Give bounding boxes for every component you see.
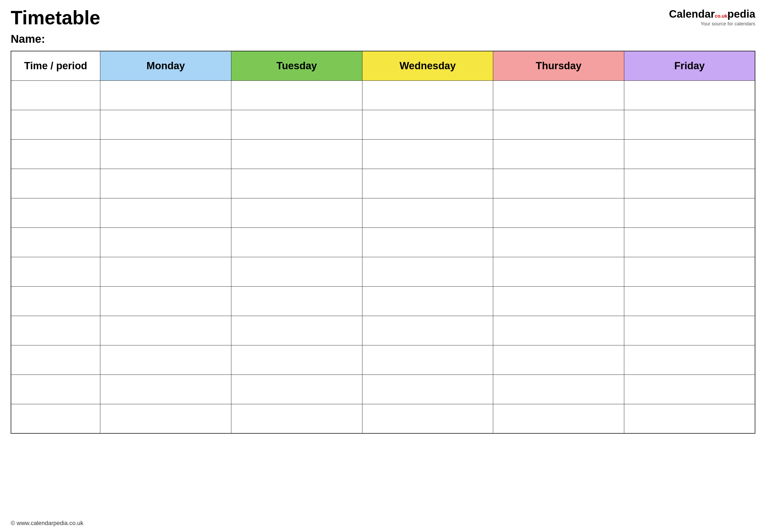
logo-main: Calendarco.ukpedia <box>669 8 755 20</box>
cell-row10-col0[interactable] <box>11 375 100 404</box>
table-row <box>11 110 755 139</box>
cell-row6-col1[interactable] <box>100 257 231 286</box>
cell-row8-col0[interactable] <box>11 316 100 345</box>
cell-row6-col5[interactable] <box>624 257 755 286</box>
logo-calendar-text: Calendar <box>669 8 715 20</box>
cell-row9-col1[interactable] <box>100 345 231 375</box>
logo-container: Calendarco.ukpedia Your source for calen… <box>669 8 755 27</box>
cell-row3-col2[interactable] <box>231 169 362 198</box>
table-row <box>11 139 755 169</box>
cell-row5-col2[interactable] <box>231 228 362 257</box>
logo-pedia-text: pedia <box>728 8 755 20</box>
cell-row2-col5[interactable] <box>624 139 755 169</box>
cell-row11-col4[interactable] <box>493 404 624 433</box>
table-row <box>11 198 755 228</box>
cell-row5-col0[interactable] <box>11 228 100 257</box>
cell-row2-col0[interactable] <box>11 139 100 169</box>
cell-row4-col0[interactable] <box>11 198 100 228</box>
table-row <box>11 404 755 433</box>
cell-row3-col3[interactable] <box>362 169 493 198</box>
cell-row5-col1[interactable] <box>100 228 231 257</box>
cell-row1-col5[interactable] <box>624 110 755 139</box>
cell-row7-col4[interactable] <box>493 286 624 316</box>
cell-row2-col3[interactable] <box>362 139 493 169</box>
cell-row11-col0[interactable] <box>11 404 100 433</box>
cell-row9-col5[interactable] <box>624 345 755 375</box>
table-row <box>11 169 755 198</box>
table-row <box>11 228 755 257</box>
cell-row7-col1[interactable] <box>100 286 231 316</box>
cell-row9-col0[interactable] <box>11 345 100 375</box>
cell-row10-col3[interactable] <box>362 375 493 404</box>
cell-row1-col2[interactable] <box>231 110 362 139</box>
cell-row3-col4[interactable] <box>493 169 624 198</box>
cell-row8-col2[interactable] <box>231 316 362 345</box>
cell-row0-col5[interactable] <box>624 80 755 110</box>
cell-row1-col0[interactable] <box>11 110 100 139</box>
cell-row1-col3[interactable] <box>362 110 493 139</box>
table-row <box>11 316 755 345</box>
table-row <box>11 257 755 286</box>
cell-row8-col5[interactable] <box>624 316 755 345</box>
cell-row5-col3[interactable] <box>362 228 493 257</box>
logo-tagline: Your source for calendars <box>701 21 755 27</box>
cell-row5-col5[interactable] <box>624 228 755 257</box>
cell-row7-col0[interactable] <box>11 286 100 316</box>
cell-row0-col2[interactable] <box>231 80 362 110</box>
logo-sup: co.uk <box>715 13 728 19</box>
col-header-monday: Monday <box>100 51 231 80</box>
footer: © www.calendarpedia.co.uk <box>11 520 83 527</box>
cell-row6-col0[interactable] <box>11 257 100 286</box>
cell-row7-col2[interactable] <box>231 286 362 316</box>
cell-row0-col0[interactable] <box>11 80 100 110</box>
page-title: Timetable <box>11 8 100 27</box>
cell-row9-col3[interactable] <box>362 345 493 375</box>
cell-row4-col4[interactable] <box>493 198 624 228</box>
table-row <box>11 286 755 316</box>
col-header-wednesday: Wednesday <box>362 51 493 80</box>
cell-row10-col4[interactable] <box>493 375 624 404</box>
cell-row8-col3[interactable] <box>362 316 493 345</box>
cell-row5-col4[interactable] <box>493 228 624 257</box>
cell-row8-col1[interactable] <box>100 316 231 345</box>
cell-row7-col5[interactable] <box>624 286 755 316</box>
cell-row3-col5[interactable] <box>624 169 755 198</box>
cell-row7-col3[interactable] <box>362 286 493 316</box>
timetable: Time / period Monday Tuesday Wednesday T… <box>11 51 755 434</box>
cell-row2-col4[interactable] <box>493 139 624 169</box>
header-area: Timetable Calendarco.ukpedia Your source… <box>11 8 755 27</box>
cell-row6-col4[interactable] <box>493 257 624 286</box>
cell-row1-col4[interactable] <box>493 110 624 139</box>
table-row <box>11 375 755 404</box>
cell-row4-col5[interactable] <box>624 198 755 228</box>
cell-row6-col2[interactable] <box>231 257 362 286</box>
cell-row3-col1[interactable] <box>100 169 231 198</box>
cell-row0-col1[interactable] <box>100 80 231 110</box>
table-body <box>11 80 755 433</box>
cell-row9-col4[interactable] <box>493 345 624 375</box>
table-header-row: Time / period Monday Tuesday Wednesday T… <box>11 51 755 80</box>
cell-row10-col2[interactable] <box>231 375 362 404</box>
cell-row3-col0[interactable] <box>11 169 100 198</box>
cell-row10-col1[interactable] <box>100 375 231 404</box>
cell-row4-col2[interactable] <box>231 198 362 228</box>
cell-row11-col5[interactable] <box>624 404 755 433</box>
col-header-time: Time / period <box>11 51 100 80</box>
cell-row8-col4[interactable] <box>493 316 624 345</box>
cell-row2-col2[interactable] <box>231 139 362 169</box>
cell-row4-col1[interactable] <box>100 198 231 228</box>
cell-row2-col1[interactable] <box>100 139 231 169</box>
cell-row9-col2[interactable] <box>231 345 362 375</box>
name-label: Name: <box>11 33 755 45</box>
cell-row0-col3[interactable] <box>362 80 493 110</box>
cell-row11-col1[interactable] <box>100 404 231 433</box>
col-header-tuesday: Tuesday <box>231 51 362 80</box>
cell-row0-col4[interactable] <box>493 80 624 110</box>
cell-row1-col1[interactable] <box>100 110 231 139</box>
col-header-friday: Friday <box>624 51 755 80</box>
cell-row4-col3[interactable] <box>362 198 493 228</box>
cell-row6-col3[interactable] <box>362 257 493 286</box>
cell-row11-col3[interactable] <box>362 404 493 433</box>
cell-row10-col5[interactable] <box>624 375 755 404</box>
cell-row11-col2[interactable] <box>231 404 362 433</box>
